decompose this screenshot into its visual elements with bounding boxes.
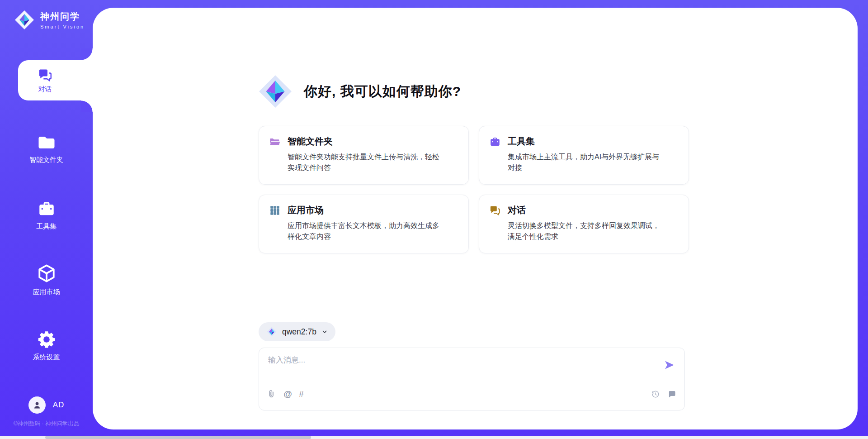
folder-icon xyxy=(37,133,56,152)
user-icon xyxy=(32,400,42,410)
card-app-market[interactable]: 应用市场 应用市场提供丰富长文本模板，助力高效生成多样化文章内容 xyxy=(259,195,469,253)
gear-icon xyxy=(37,330,56,349)
chat-icon xyxy=(489,205,501,216)
sidebar-item-smart-folder[interactable]: 智能文件夹 xyxy=(0,133,93,164)
card-description: 集成市场上主流工具，助力AI与外界无缝扩展与对接 xyxy=(508,152,664,173)
composer-divider xyxy=(264,384,680,384)
card-description: 应用市场提供丰富长文本模板，助力高效生成多样化文章内容 xyxy=(288,220,443,242)
toolbox-icon xyxy=(489,136,501,148)
message-composer: @ # xyxy=(259,348,685,410)
model-selector[interactable]: qwen2:7b xyxy=(259,322,335,341)
chevron-down-icon xyxy=(321,329,328,335)
hash-icon[interactable]: # xyxy=(299,390,304,398)
send-icon[interactable] xyxy=(663,359,675,371)
sidebar-item-label: 工具集 xyxy=(36,222,57,231)
main-panel: 你好, 我可以如何帮助你? 智能文件夹 智能文件夹功能支持批量文件上传与清洗，轻… xyxy=(93,8,858,429)
model-name: qwen2:7b xyxy=(282,327,316,337)
tab-curve-top xyxy=(81,48,93,60)
sidebar-item-chat[interactable]: 对话 xyxy=(18,60,93,100)
message-input[interactable] xyxy=(268,355,652,381)
card-description: 灵活切换多模型文件，支持多样回复效果调试，满足个性化需求 xyxy=(508,220,664,242)
sidebar-item-label: 对话 xyxy=(38,85,52,94)
feature-cards: 智能文件夹 智能文件夹功能支持批量文件上传与清洗，轻松实现文件问答 工具集 集成… xyxy=(259,126,689,253)
user-profile[interactable]: AD xyxy=(0,396,93,414)
history-icon[interactable] xyxy=(651,390,660,399)
at-mention-icon[interactable]: @ xyxy=(283,390,292,398)
sidebar-item-app-market[interactable]: 应用市场 xyxy=(0,263,93,296)
chat-icon xyxy=(38,67,53,83)
greeting-block: 你好, 我可以如何帮助你? xyxy=(257,73,461,110)
scrollbar-thumb[interactable] xyxy=(45,436,311,439)
grid-icon xyxy=(269,205,281,216)
card-title: 对话 xyxy=(508,204,526,216)
sidebar-item-toolset[interactable]: 工具集 xyxy=(0,199,93,231)
paperclip-icon[interactable] xyxy=(267,389,277,399)
cube-icon xyxy=(36,263,57,284)
tab-curve-bottom xyxy=(81,100,93,112)
sidebar-item-label: 应用市场 xyxy=(33,288,60,296)
composer-toolbar-left: @ # xyxy=(267,389,304,399)
brand-name: 神州问学 xyxy=(40,10,85,23)
greeting-title: 你好, 我可以如何帮助你? xyxy=(304,82,461,101)
greeting-diamond-icon xyxy=(257,73,294,110)
card-smart-folder[interactable]: 智能文件夹 智能文件夹功能支持批量文件上传与清洗，轻松实现文件问答 xyxy=(259,126,469,185)
brand-subtitle: Smart Vision xyxy=(40,24,85,29)
avatar xyxy=(28,396,46,414)
brand-diamond-icon xyxy=(14,9,35,31)
sidebar-item-label: 系统设置 xyxy=(33,353,60,362)
folder-open-icon xyxy=(269,136,281,148)
card-description: 智能文件夹功能支持批量文件上传与清洗，轻松实现文件问答 xyxy=(288,152,443,173)
card-toolset[interactable]: 工具集 集成市场上主流工具，助力AI与外界无缝扩展与对接 xyxy=(479,126,689,185)
card-title: 智能文件夹 xyxy=(288,135,333,148)
user-name: AD xyxy=(53,401,65,410)
comment-icon[interactable] xyxy=(667,390,676,399)
horizontal-scrollbar xyxy=(0,436,868,439)
toolbox-icon xyxy=(37,199,56,218)
sidebar-item-settings[interactable]: 系统设置 xyxy=(0,330,93,362)
card-title: 工具集 xyxy=(508,135,535,148)
composer-toolbar-right xyxy=(651,390,676,399)
copyright-text: ©神州数码 · 神州问学出品 xyxy=(0,420,93,428)
app-window: 神州问学 Smart Vision 你好, 我可以如何帮助你? 智能文件夹 智能… xyxy=(0,0,868,439)
sidebar-item-label: 智能文件夹 xyxy=(29,156,63,164)
card-title: 应用市场 xyxy=(288,204,324,216)
card-chat[interactable]: 对话 灵活切换多模型文件，支持多样回复效果调试，满足个性化需求 xyxy=(479,195,689,253)
brand-logo: 神州问学 Smart Vision xyxy=(14,9,85,31)
model-diamond-icon xyxy=(266,326,277,337)
